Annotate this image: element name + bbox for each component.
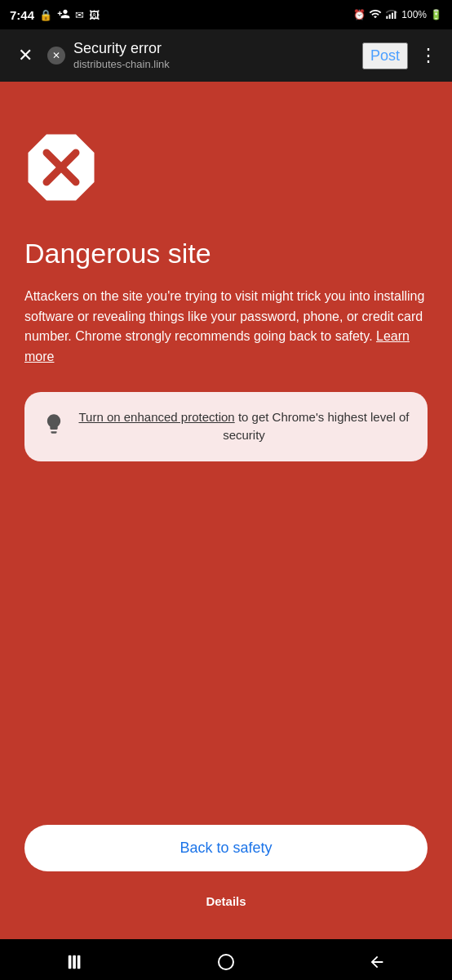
more-options-button[interactable]: ⋮ — [416, 43, 441, 68]
buttons-area: Back to safety Details — [24, 825, 428, 915]
close-tab-button[interactable]: ✕ — [11, 42, 39, 69]
home-button[interactable] — [210, 946, 242, 978]
battery-percentage: 100% — [401, 9, 427, 20]
error-description: Attackers on the site you're trying to v… — [24, 287, 428, 368]
protection-text-suffix: to get Chrome's highest level of securit… — [223, 410, 409, 443]
tab-error-indicator: ✕ — [47, 47, 65, 65]
svg-rect-7 — [69, 956, 72, 969]
person-add-icon — [57, 7, 70, 23]
lock-icon: 🔒 — [39, 9, 52, 21]
status-time: 7:44 — [10, 8, 34, 22]
image-icon: 🖼 — [89, 9, 100, 21]
enhanced-protection-link[interactable]: Turn on enhanced protection — [78, 410, 234, 424]
alarm-icon: ⏰ — [353, 9, 366, 20]
nav-bar — [0, 939, 452, 980]
lightbulb-icon — [42, 412, 65, 441]
back-to-safety-button[interactable]: Back to safety — [24, 825, 428, 871]
svg-rect-2 — [392, 12, 393, 18]
back-button[interactable] — [361, 946, 393, 978]
status-left: 7:44 🔒 ✉ 🖼 — [10, 7, 100, 23]
toolbar-url: distributes-chain.link — [73, 58, 354, 71]
protection-card[interactable]: Turn on enhanced protection to get Chrom… — [24, 392, 428, 461]
svg-rect-0 — [387, 16, 388, 18]
recents-button[interactable] — [59, 946, 91, 978]
svg-rect-1 — [389, 14, 391, 18]
error-description-text: Attackers on the site you're trying to v… — [24, 289, 424, 344]
svg-point-10 — [219, 955, 233, 969]
svg-rect-8 — [73, 956, 77, 969]
wifi-icon — [369, 7, 382, 23]
details-button[interactable]: Details — [199, 888, 252, 915]
close-x-icon: ✕ — [18, 47, 33, 65]
svg-rect-3 — [395, 11, 397, 18]
status-bar: 7:44 🔒 ✉ 🖼 ⏰ 100% 🔋 — [0, 0, 452, 29]
stop-sign-container — [24, 131, 428, 207]
signal-icon — [385, 7, 398, 23]
mail-icon: ✉ — [75, 9, 84, 21]
tab-x-icon: ✕ — [52, 50, 60, 61]
battery-icon: 🔋 — [430, 9, 442, 20]
toolbar-title: Security error — [73, 40, 354, 58]
browser-toolbar: ✕ ✕ Security error distributes-chain.lin… — [0, 29, 452, 82]
status-right: ⏰ 100% 🔋 — [353, 7, 442, 23]
svg-rect-9 — [78, 956, 81, 969]
error-content: Dangerous site Attackers on the site you… — [0, 82, 452, 939]
toolbar-title-block: Security error distributes-chain.link — [73, 40, 354, 70]
stop-sign-icon — [24, 131, 98, 204]
post-button[interactable]: Post — [362, 42, 408, 69]
error-heading: Dangerous site — [24, 237, 428, 270]
protection-text: Turn on enhanced protection to get Chrom… — [78, 408, 410, 445]
